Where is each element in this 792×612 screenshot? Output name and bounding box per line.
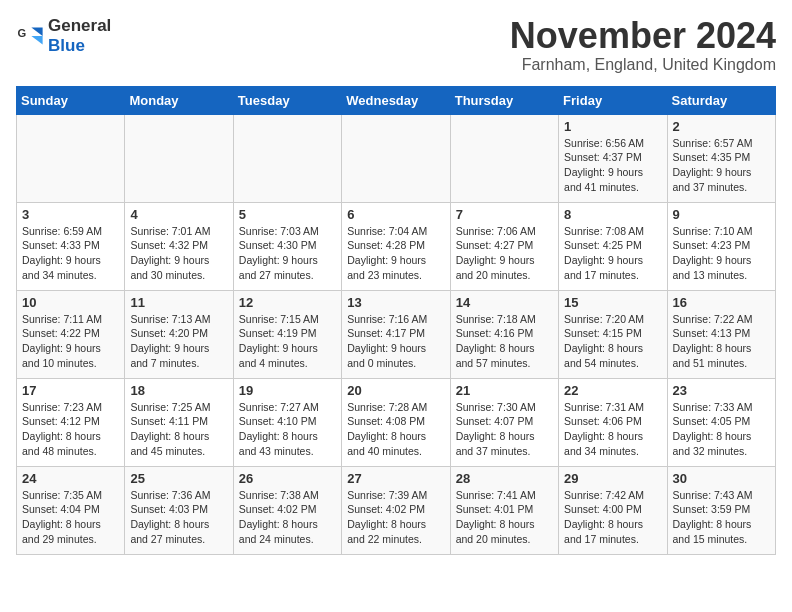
day-info: Sunrise: 7:18 AM Sunset: 4:16 PM Dayligh… — [456, 312, 553, 371]
calendar-cell: 1Sunrise: 6:56 AM Sunset: 4:37 PM Daylig… — [559, 114, 667, 202]
day-number: 6 — [347, 207, 444, 222]
calendar-table: SundayMondayTuesdayWednesdayThursdayFrid… — [16, 86, 776, 555]
day-info: Sunrise: 6:59 AM Sunset: 4:33 PM Dayligh… — [22, 224, 119, 283]
calendar-cell: 22Sunrise: 7:31 AM Sunset: 4:06 PM Dayli… — [559, 378, 667, 466]
day-info: Sunrise: 7:38 AM Sunset: 4:02 PM Dayligh… — [239, 488, 336, 547]
column-header-thursday: Thursday — [450, 86, 558, 114]
calendar-cell: 9Sunrise: 7:10 AM Sunset: 4:23 PM Daylig… — [667, 202, 775, 290]
calendar-cell: 19Sunrise: 7:27 AM Sunset: 4:10 PM Dayli… — [233, 378, 341, 466]
svg-marker-1 — [31, 28, 42, 36]
column-header-sunday: Sunday — [17, 86, 125, 114]
calendar-cell: 4Sunrise: 7:01 AM Sunset: 4:32 PM Daylig… — [125, 202, 233, 290]
day-number: 10 — [22, 295, 119, 310]
day-number: 24 — [22, 471, 119, 486]
calendar-cell: 17Sunrise: 7:23 AM Sunset: 4:12 PM Dayli… — [17, 378, 125, 466]
day-number: 20 — [347, 383, 444, 398]
day-number: 1 — [564, 119, 661, 134]
calendar-cell — [125, 114, 233, 202]
column-header-tuesday: Tuesday — [233, 86, 341, 114]
day-info: Sunrise: 7:15 AM Sunset: 4:19 PM Dayligh… — [239, 312, 336, 371]
column-header-saturday: Saturday — [667, 86, 775, 114]
title-block: November 2024 Farnham, England, United K… — [510, 16, 776, 74]
day-number: 8 — [564, 207, 661, 222]
calendar-cell: 6Sunrise: 7:04 AM Sunset: 4:28 PM Daylig… — [342, 202, 450, 290]
day-info: Sunrise: 7:10 AM Sunset: 4:23 PM Dayligh… — [673, 224, 770, 283]
day-number: 7 — [456, 207, 553, 222]
column-header-wednesday: Wednesday — [342, 86, 450, 114]
calendar-cell: 16Sunrise: 7:22 AM Sunset: 4:13 PM Dayli… — [667, 290, 775, 378]
day-info: Sunrise: 7:43 AM Sunset: 3:59 PM Dayligh… — [673, 488, 770, 547]
day-number: 12 — [239, 295, 336, 310]
calendar-cell — [233, 114, 341, 202]
day-number: 19 — [239, 383, 336, 398]
day-info: Sunrise: 7:03 AM Sunset: 4:30 PM Dayligh… — [239, 224, 336, 283]
day-info: Sunrise: 7:08 AM Sunset: 4:25 PM Dayligh… — [564, 224, 661, 283]
day-info: Sunrise: 7:23 AM Sunset: 4:12 PM Dayligh… — [22, 400, 119, 459]
day-info: Sunrise: 7:16 AM Sunset: 4:17 PM Dayligh… — [347, 312, 444, 371]
calendar-cell — [450, 114, 558, 202]
day-info: Sunrise: 7:36 AM Sunset: 4:03 PM Dayligh… — [130, 488, 227, 547]
calendar-cell — [342, 114, 450, 202]
calendar-cell: 7Sunrise: 7:06 AM Sunset: 4:27 PM Daylig… — [450, 202, 558, 290]
calendar-cell: 10Sunrise: 7:11 AM Sunset: 4:22 PM Dayli… — [17, 290, 125, 378]
day-info: Sunrise: 7:33 AM Sunset: 4:05 PM Dayligh… — [673, 400, 770, 459]
day-number: 17 — [22, 383, 119, 398]
day-info: Sunrise: 7:41 AM Sunset: 4:01 PM Dayligh… — [456, 488, 553, 547]
calendar-cell: 29Sunrise: 7:42 AM Sunset: 4:00 PM Dayli… — [559, 466, 667, 554]
calendar-cell: 27Sunrise: 7:39 AM Sunset: 4:02 PM Dayli… — [342, 466, 450, 554]
calendar-cell: 30Sunrise: 7:43 AM Sunset: 3:59 PM Dayli… — [667, 466, 775, 554]
svg-text:G: G — [17, 27, 26, 39]
day-number: 29 — [564, 471, 661, 486]
calendar-cell: 24Sunrise: 7:35 AM Sunset: 4:04 PM Dayli… — [17, 466, 125, 554]
day-info: Sunrise: 7:04 AM Sunset: 4:28 PM Dayligh… — [347, 224, 444, 283]
day-number: 2 — [673, 119, 770, 134]
day-number: 4 — [130, 207, 227, 222]
month-title: November 2024 — [510, 16, 776, 56]
calendar-cell: 11Sunrise: 7:13 AM Sunset: 4:20 PM Dayli… — [125, 290, 233, 378]
calendar-cell: 2Sunrise: 6:57 AM Sunset: 4:35 PM Daylig… — [667, 114, 775, 202]
day-number: 27 — [347, 471, 444, 486]
svg-marker-2 — [31, 36, 42, 44]
calendar-cell: 13Sunrise: 7:16 AM Sunset: 4:17 PM Dayli… — [342, 290, 450, 378]
calendar-cell: 21Sunrise: 7:30 AM Sunset: 4:07 PM Dayli… — [450, 378, 558, 466]
day-number: 30 — [673, 471, 770, 486]
calendar-cell: 26Sunrise: 7:38 AM Sunset: 4:02 PM Dayli… — [233, 466, 341, 554]
day-info: Sunrise: 7:20 AM Sunset: 4:15 PM Dayligh… — [564, 312, 661, 371]
calendar-cell: 8Sunrise: 7:08 AM Sunset: 4:25 PM Daylig… — [559, 202, 667, 290]
day-info: Sunrise: 7:25 AM Sunset: 4:11 PM Dayligh… — [130, 400, 227, 459]
calendar-week-1: 3Sunrise: 6:59 AM Sunset: 4:33 PM Daylig… — [17, 202, 776, 290]
calendar-cell: 25Sunrise: 7:36 AM Sunset: 4:03 PM Dayli… — [125, 466, 233, 554]
day-number: 11 — [130, 295, 227, 310]
day-info: Sunrise: 7:13 AM Sunset: 4:20 PM Dayligh… — [130, 312, 227, 371]
day-number: 9 — [673, 207, 770, 222]
day-info: Sunrise: 7:11 AM Sunset: 4:22 PM Dayligh… — [22, 312, 119, 371]
location-title: Farnham, England, United Kingdom — [510, 56, 776, 74]
day-info: Sunrise: 6:57 AM Sunset: 4:35 PM Dayligh… — [673, 136, 770, 195]
day-number: 25 — [130, 471, 227, 486]
day-info: Sunrise: 7:42 AM Sunset: 4:00 PM Dayligh… — [564, 488, 661, 547]
column-header-monday: Monday — [125, 86, 233, 114]
calendar-cell: 20Sunrise: 7:28 AM Sunset: 4:08 PM Dayli… — [342, 378, 450, 466]
calendar-cell: 18Sunrise: 7:25 AM Sunset: 4:11 PM Dayli… — [125, 378, 233, 466]
day-number: 14 — [456, 295, 553, 310]
day-info: Sunrise: 7:39 AM Sunset: 4:02 PM Dayligh… — [347, 488, 444, 547]
day-info: Sunrise: 7:28 AM Sunset: 4:08 PM Dayligh… — [347, 400, 444, 459]
day-info: Sunrise: 7:27 AM Sunset: 4:10 PM Dayligh… — [239, 400, 336, 459]
column-header-friday: Friday — [559, 86, 667, 114]
day-info: Sunrise: 6:56 AM Sunset: 4:37 PM Dayligh… — [564, 136, 661, 195]
calendar-week-2: 10Sunrise: 7:11 AM Sunset: 4:22 PM Dayli… — [17, 290, 776, 378]
logo-text: General Blue — [48, 16, 111, 56]
day-info: Sunrise: 7:22 AM Sunset: 4:13 PM Dayligh… — [673, 312, 770, 371]
day-number: 15 — [564, 295, 661, 310]
calendar-cell — [17, 114, 125, 202]
calendar-cell: 14Sunrise: 7:18 AM Sunset: 4:16 PM Dayli… — [450, 290, 558, 378]
logo: G General Blue — [16, 16, 111, 56]
day-number: 5 — [239, 207, 336, 222]
calendar-cell: 28Sunrise: 7:41 AM Sunset: 4:01 PM Dayli… — [450, 466, 558, 554]
calendar-week-4: 24Sunrise: 7:35 AM Sunset: 4:04 PM Dayli… — [17, 466, 776, 554]
day-info: Sunrise: 7:06 AM Sunset: 4:27 PM Dayligh… — [456, 224, 553, 283]
day-number: 16 — [673, 295, 770, 310]
day-number: 13 — [347, 295, 444, 310]
page-header: G General Blue November 2024 Farnham, En… — [16, 16, 776, 74]
calendar-cell: 5Sunrise: 7:03 AM Sunset: 4:30 PM Daylig… — [233, 202, 341, 290]
